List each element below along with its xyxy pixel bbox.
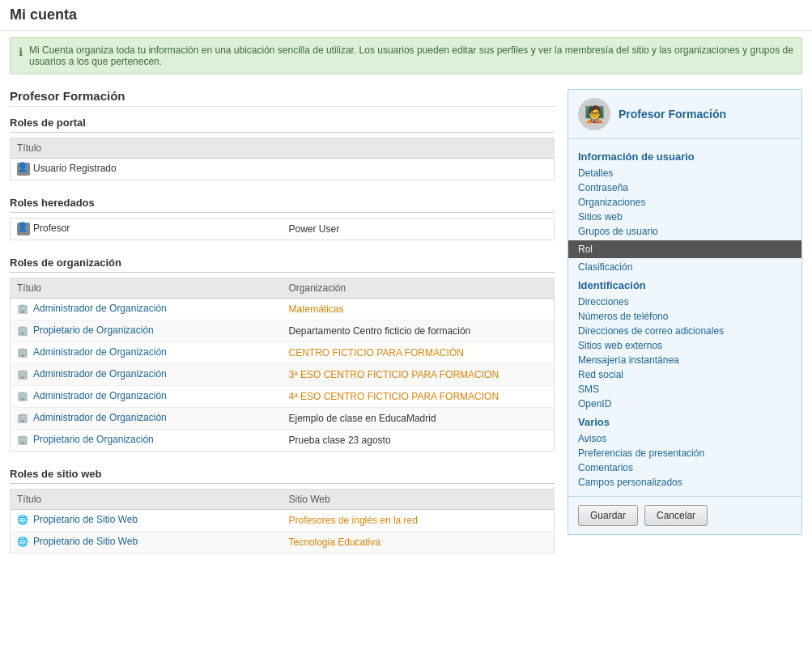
sidebar-avatar-row: 🧑‍🏫 Profesor Formación — [568, 90, 801, 139]
info-bar: ℹ Mi Cuenta organiza toda tu información… — [10, 37, 802, 74]
col-sitio: Sitio Web — [283, 490, 555, 510]
table-row: Propietario de Sitio WebProfesores de in… — [11, 510, 555, 532]
sidebar-link[interactable]: Direcciones de correo adicionales — [578, 324, 792, 338]
sidebar-link[interactable]: Números de teléfono — [578, 309, 792, 324]
roles-sitio-table: Título Sitio Web Propietario de Sitio We… — [10, 489, 555, 554]
sidebar-username: Profesor Formación — [619, 108, 726, 121]
sidebar-link-active: Rol — [568, 240, 801, 258]
table-row: Propietario de OrganizaciónDepartamento … — [11, 320, 555, 342]
table-row: Administrador de OrganizaciónMatemáticas — [11, 299, 555, 320]
roles-heredados-section: Roles heredados ProfesorPower User — [10, 197, 555, 240]
sidebar-link[interactable]: Sitios web — [578, 210, 792, 224]
sidebar-buttons: Guardar Cancelar — [568, 496, 801, 534]
web-icon — [17, 536, 30, 549]
sidebar-link[interactable]: Avisos — [578, 431, 792, 446]
page-title: Mi cuenta — [10, 6, 802, 23]
sidebar-link[interactable]: Organizaciones — [578, 195, 792, 210]
roles-heredados-table: ProfesorPower User — [10, 218, 555, 240]
cancel-button[interactable]: Cancelar — [644, 505, 708, 526]
web-icon — [17, 514, 30, 527]
table-row: Usuario Registrado — [11, 159, 555, 180]
user-icon — [17, 163, 30, 176]
info-text: Mi Cuenta organiza toda tu información e… — [29, 45, 793, 67]
org-link[interactable]: Matemáticas — [289, 303, 344, 315]
sidebar-link[interactable]: Campos personalizados — [578, 475, 792, 490]
table-row: ProfesorPower User — [11, 218, 555, 240]
sidebar-link[interactable]: SMS — [578, 382, 792, 397]
role-title-link[interactable]: Administrador de Organización — [33, 346, 167, 358]
sidebar-section-title: Información de usuario — [578, 151, 792, 163]
col-titulo-sitio: Título — [11, 490, 283, 510]
sidebar-section-content: Información de usuarioDetallesContraseña… — [568, 139, 801, 496]
table-row: Administrador de Organización3ª ESO CENT… — [11, 364, 555, 386]
user-icon — [17, 223, 30, 235]
org-icon — [17, 412, 30, 425]
sidebar: 🧑‍🏫 Profesor Formación Información de us… — [568, 89, 802, 570]
avatar: 🧑‍🏫 — [578, 98, 610, 130]
roles-sitio-heading: Roles de sitio web — [10, 468, 555, 484]
sidebar-link[interactable]: Sitios web externos — [578, 338, 792, 353]
table-row: Administrador de Organización4ª ESO CENT… — [11, 386, 555, 408]
roles-portal-section: Roles de portal Título Usuario Registrad… — [10, 117, 555, 180]
sidebar-section-title: Varios — [578, 416, 792, 428]
col-titulo: Título — [11, 138, 555, 159]
info-icon: ℹ — [19, 45, 23, 58]
save-button[interactable]: Guardar — [578, 505, 638, 526]
user-section-title: Profesor Formación — [10, 89, 555, 107]
main-layout: Profesor Formación Roles de portal Títul… — [0, 81, 812, 578]
org-link[interactable]: 4ª ESO CENTRO FICTICIO PARA FORMACION — [289, 391, 500, 402]
main-content: Profesor Formación Roles de portal Títul… — [10, 89, 555, 570]
sidebar-section-title: Identificación — [578, 279, 792, 291]
sitio-link[interactable]: Tecnologia Educativa — [289, 537, 380, 548]
sidebar-panel: 🧑‍🏫 Profesor Formación Información de us… — [568, 89, 802, 535]
page-header: Mi cuenta — [0, 0, 812, 31]
sitio-title-link[interactable]: Propietario de Sitio Web — [33, 536, 138, 547]
sitio-link[interactable]: Profesores de inglés en la red — [289, 515, 418, 526]
org-link[interactable]: 3ª ESO CENTRO FICTICIO PARA FORMACION — [289, 369, 500, 380]
roles-org-heading: Roles de organización — [10, 257, 555, 273]
table-row: Propietario de Sitio WebTecnologia Educa… — [11, 532, 555, 554]
org-icon — [17, 303, 30, 316]
sidebar-link[interactable]: Mensajería instantánea — [578, 353, 792, 367]
sitio-title-link[interactable]: Propietario de Sitio Web — [33, 514, 138, 525]
roles-org-table: Título Organización Administrador de Org… — [10, 278, 555, 452]
sidebar-link[interactable]: Red social — [578, 367, 792, 382]
table-row: Propietario de OrganizaciónPrueba clase … — [11, 430, 555, 452]
roles-portal-heading: Roles de portal — [10, 117, 555, 133]
sidebar-link[interactable]: Preferencias de presentación — [578, 446, 792, 460]
sidebar-link[interactable]: Grupos de usuario — [578, 224, 792, 239]
role-title-link[interactable]: Administrador de Organización — [33, 303, 167, 314]
sidebar-link[interactable]: Detalles — [578, 166, 792, 180]
sidebar-link[interactable]: Contraseña — [578, 180, 792, 195]
role-title-link[interactable]: Administrador de Organización — [33, 368, 167, 380]
sidebar-link[interactable]: Clasificación — [578, 260, 792, 274]
org-icon — [17, 324, 30, 337]
table-row: Administrador de OrganizaciónCENTRO FICT… — [11, 342, 555, 364]
col-org: Organización — [283, 278, 555, 299]
role-title-link[interactable]: Administrador de Organización — [33, 390, 167, 401]
org-icon — [17, 390, 30, 403]
sidebar-link[interactable]: Direcciones — [578, 295, 792, 309]
roles-portal-table: Título Usuario Registrado — [10, 138, 555, 180]
role-title-link[interactable]: Administrador de Organización — [33, 412, 167, 423]
org-link[interactable]: CENTRO FICTICIO PARA FORMACIÓN — [289, 347, 464, 358]
table-row: Administrador de OrganizaciónEjemplo de … — [11, 408, 555, 430]
roles-org-section: Roles de organización Título Organizació… — [10, 257, 555, 452]
roles-sitio-section: Roles de sitio web Título Sitio Web Prop… — [10, 468, 555, 554]
role-title-link[interactable]: Propietario de Organización — [33, 434, 154, 445]
col-titulo-org: Título — [11, 278, 283, 299]
avatar-emoji: 🧑‍🏫 — [585, 104, 605, 124]
org-icon — [17, 368, 30, 381]
sidebar-link[interactable]: OpenID — [578, 397, 792, 411]
org-icon — [17, 434, 30, 447]
org-icon — [17, 346, 30, 359]
sidebar-link[interactable]: Comentarios — [578, 460, 792, 475]
role-title-link[interactable]: Propietario de Organización — [33, 324, 154, 336]
roles-heredados-heading: Roles heredados — [10, 197, 555, 213]
